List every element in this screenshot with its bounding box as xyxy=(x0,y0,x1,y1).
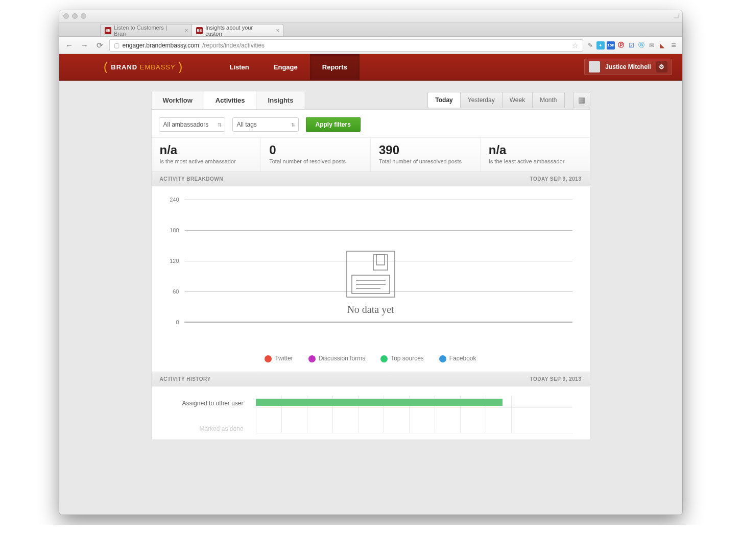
zoom-window-icon[interactable] xyxy=(81,13,86,19)
nav-reports[interactable]: Reports xyxy=(310,54,360,80)
extension-icon[interactable]: ✦ xyxy=(596,41,605,50)
close-window-icon[interactable] xyxy=(63,13,69,19)
history-chart: Assigned to other user Marked as done xyxy=(159,386,583,432)
breakdown-chart: 240 180 120 60 0 xyxy=(159,186,583,350)
stat-value: 0 xyxy=(269,143,362,157)
window-titlebar xyxy=(59,10,682,22)
reload-button[interactable]: ⟳ xyxy=(94,40,106,51)
gear-icon[interactable]: ⚙ xyxy=(656,61,667,72)
svg-rect-2 xyxy=(376,255,385,265)
back-button[interactable]: ← xyxy=(63,40,76,51)
tags-select[interactable]: All tags xyxy=(232,117,299,132)
stat-label: Total number of resolved posts xyxy=(269,158,362,164)
legend-dot-icon xyxy=(439,355,446,362)
extension-icons: ✎ ✦ 15h ⓟ ☑ ⓐ ✉ ◣ xyxy=(586,41,666,50)
stat-value: n/a xyxy=(160,143,253,157)
section-date: TODAY SEP 9, 2013 xyxy=(530,176,582,182)
brand-word-a: BRAND xyxy=(111,63,137,71)
ambassadors-select[interactable]: All ambassadors xyxy=(159,117,225,132)
section-header-breakdown: ACTIVITY BREAKDOWN TODAY SEP 9, 2013 xyxy=(152,172,590,186)
stat-resolved: 0 Total number of resolved posts xyxy=(261,138,371,172)
filter-row: All ambassadors All tags Apply filters xyxy=(159,117,583,132)
time-range-picker: Today Yesterday Week Month xyxy=(428,92,564,108)
browser-menu-icon[interactable]: ≡ xyxy=(669,41,678,50)
extension-icon[interactable]: ◣ xyxy=(658,41,666,50)
extension-icon[interactable]: ☑ xyxy=(627,41,635,50)
range-month[interactable]: Month xyxy=(532,92,564,108)
nav-engage[interactable]: Engage xyxy=(261,54,310,80)
brand-logo[interactable]: ( BRAND EMBASSY ) xyxy=(69,60,218,74)
empty-document-icon xyxy=(343,249,399,300)
user-name: Justice Mitchell xyxy=(605,63,651,70)
summary-stats: n/a Is the most active ambassador 0 Tota… xyxy=(152,137,590,172)
tab-title: Insights about your custon xyxy=(205,25,269,37)
stat-label: Is the most active ambassador xyxy=(160,158,253,164)
legend-item: Discussion forms xyxy=(308,355,365,362)
browser-tab[interactable]: BE Insights about your custon × xyxy=(192,24,283,36)
extension-icon[interactable]: 15h xyxy=(607,41,615,50)
subtab-activities[interactable]: Activities xyxy=(204,91,257,109)
extension-icon[interactable]: ✎ xyxy=(586,41,594,50)
browser-tabstrip: BE Listen to Customers | Bran × BE Insig… xyxy=(59,22,682,37)
legend-dot-icon xyxy=(380,355,388,362)
minimize-window-icon[interactable] xyxy=(72,13,78,19)
subtab-workflow[interactable]: Workflow xyxy=(152,91,204,109)
app-header: ( BRAND EMBASSY ) Listen Engage Reports … xyxy=(59,54,682,81)
range-week[interactable]: Week xyxy=(502,92,533,108)
main-nav: Listen Engage Reports xyxy=(218,54,360,80)
page-body: Workflow Activities Insights Today Yeste… xyxy=(59,81,682,515)
history-bar xyxy=(256,399,503,406)
extension-icon[interactable]: ⓟ xyxy=(617,41,625,50)
subtab-insights[interactable]: Insights xyxy=(257,91,305,109)
tab-title: Listen to Customers | Bran xyxy=(114,25,178,37)
range-today[interactable]: Today xyxy=(427,92,460,108)
svg-rect-1 xyxy=(373,255,388,270)
nav-listen[interactable]: Listen xyxy=(218,54,261,80)
stat-unresolved: 390 Total number of unresolved posts xyxy=(371,138,481,172)
legend-dot-icon xyxy=(265,355,272,362)
brand-word-b: EMBASSY xyxy=(140,63,176,71)
browser-toolbar: ← → ⟳ ▢ engager.brandembassy.com/reports… xyxy=(59,37,682,54)
history-bar-track xyxy=(256,424,572,433)
address-bar[interactable]: ▢ engager.brandembassy.com/reports/index… xyxy=(109,39,584,52)
stat-value: 390 xyxy=(379,143,472,157)
stat-most-active: n/a Is the most active ambassador xyxy=(152,138,261,172)
resize-icon[interactable] xyxy=(674,13,680,18)
select-value: All tags xyxy=(237,121,257,128)
apply-filters-button[interactable]: Apply filters xyxy=(306,117,361,132)
browser-tab[interactable]: BE Listen to Customers | Bran × xyxy=(100,24,192,36)
stat-label: Is the least active ambassador xyxy=(489,158,582,164)
calendar-icon: ▦ xyxy=(578,95,585,105)
forward-button[interactable]: → xyxy=(79,40,91,51)
close-icon[interactable]: × xyxy=(276,27,279,34)
avatar xyxy=(589,61,600,72)
close-icon[interactable]: × xyxy=(184,27,188,34)
favicon-icon: BE xyxy=(105,27,112,34)
ytick-label: 180 xyxy=(159,227,184,233)
section-title: ACTIVITY HISTORY xyxy=(160,376,211,382)
stat-value: n/a xyxy=(489,143,582,157)
range-yesterday[interactable]: Yesterday xyxy=(460,92,503,108)
stat-least-active: n/a Is the least active ambassador xyxy=(481,138,590,172)
history-bar-track xyxy=(256,399,572,408)
extension-icon[interactable]: ✉ xyxy=(648,41,656,50)
section-title: ACTIVITY BREAKDOWN xyxy=(160,176,223,182)
extension-icon[interactable]: ⓐ xyxy=(637,41,646,50)
ytick-label: 0 xyxy=(159,319,184,325)
ytick-label: 60 xyxy=(159,288,184,295)
history-row: Assigned to other user xyxy=(256,397,572,410)
browser-window: BE Listen to Customers | Bran × BE Insig… xyxy=(59,10,682,515)
report-subtabs: Workflow Activities Insights xyxy=(151,91,306,109)
window-traffic-lights[interactable] xyxy=(63,13,86,19)
legend-item: Twitter xyxy=(265,355,293,362)
user-menu[interactable]: Justice Mitchell ⚙ xyxy=(584,59,672,75)
stat-label: Total number of unresolved posts xyxy=(379,158,472,164)
page-icon: ▢ xyxy=(114,42,119,49)
history-row-label: Assigned to other user xyxy=(159,400,251,407)
calendar-button[interactable]: ▦ xyxy=(573,92,590,108)
url-path: /reports/index/activities xyxy=(202,42,265,49)
ytick-label: 120 xyxy=(159,258,184,264)
section-header-history: ACTIVITY HISTORY TODAY SEP 9, 2013 xyxy=(152,372,590,386)
bookmark-star-icon[interactable]: ☆ xyxy=(572,41,579,50)
history-row-label: Marked as done xyxy=(159,425,251,432)
